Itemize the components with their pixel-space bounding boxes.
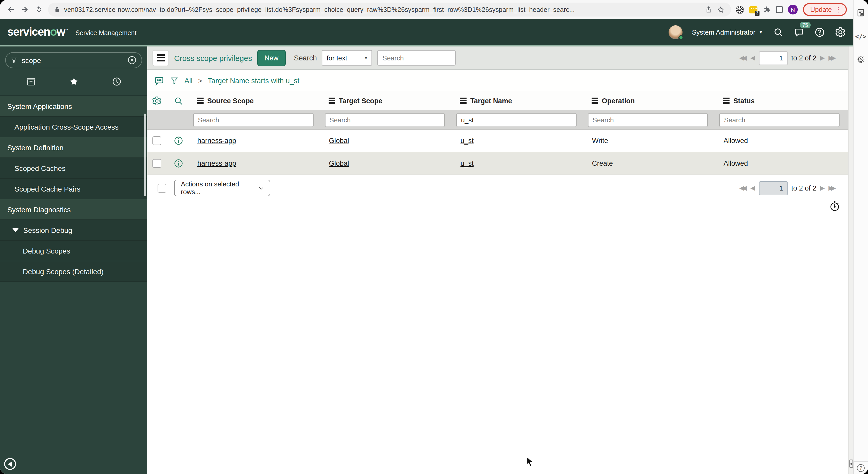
cell-source-scope[interactable]: harness-app [191,137,322,144]
navigator-filter-input[interactable]: scope [5,52,142,68]
search-label: Search [294,54,317,62]
chat-icon[interactable]: 75 [793,26,804,38]
first-page-icon[interactable]: ◀◀ [739,185,747,191]
sidebar-item-application-cross-scope-access[interactable]: Application Cross-Scope Access [0,117,147,137]
list-title-link[interactable]: Cross scope privileges [174,54,252,62]
product-name: Service Management [75,29,136,36]
table-row: harness-app Global u_st Create Allowed [147,152,848,175]
user-name: System Administrator [692,28,755,36]
browser-menu-icon[interactable]: ⋮ [835,6,842,13]
app-window: ven03172.service-now.com/nav_to.do?uri=%… [0,0,868,474]
tab-panel-icon[interactable] [776,6,783,13]
filter-target-name-input[interactable] [456,113,576,127]
bookmark-star-icon[interactable] [717,5,725,14]
favorites-tab[interactable] [68,76,79,89]
breadcrumb: All > Target Name starts with u_st [147,70,848,91]
row-checkbox[interactable] [152,136,161,145]
sidebar-item-system-applications[interactable]: System Applications [0,96,147,117]
scroll-corner-handle[interactable] [849,460,853,468]
column-header-target-name[interactable]: Target Name [454,97,585,105]
cell-target-scope[interactable]: Global [322,160,454,167]
column-header-target-scope[interactable]: Target Scope [322,97,454,105]
breadcrumb-separator: > [198,77,202,84]
update-label: Update [810,6,832,13]
browser-profile-avatar[interactable]: N [788,5,798,14]
column-header-operation[interactable]: Operation [585,97,717,105]
filter-icon[interactable] [170,76,179,85]
new-button[interactable]: New [257,50,286,66]
idea-lightbulb-icon[interactable] [856,55,866,68]
pinwheel-extension-icon[interactable] [736,5,744,14]
sidebar-item-session-debug[interactable]: Session Debug [0,220,147,241]
reload-icon[interactable] [34,5,43,14]
code-panel-icon[interactable]: </> [855,33,866,40]
last-page-icon[interactable]: ▶▶ [829,55,836,61]
first-page-icon[interactable]: ◀◀ [739,55,747,61]
mouse-cursor [526,456,535,470]
row-range-label: to 2 of 2 [791,184,816,192]
list-search-input[interactable] [377,50,456,66]
row-info-icon[interactable] [166,136,191,146]
clear-filter-icon[interactable] [127,55,137,65]
last-page-icon[interactable]: ▶▶ [829,185,836,191]
next-page-icon[interactable]: ▶ [820,185,825,191]
user-avatar[interactable] [669,25,683,39]
filter-target-scope-input[interactable] [325,113,445,127]
page-number-input[interactable] [759,51,788,65]
help-icon[interactable] [814,26,825,38]
breadcrumb-filter-link[interactable]: Target Name starts with u_st [208,76,300,85]
navigator-tabs [0,71,147,96]
extensions-puzzle-icon[interactable] [763,5,771,14]
select-all-checkbox[interactable] [158,183,166,192]
sidebar-scrollbar[interactable] [144,113,146,196]
sidebar-item-scoped-cache-pairs[interactable]: Scoped Cache Pairs [0,179,147,199]
reading-list-icon[interactable] [856,8,866,20]
back-icon[interactable] [6,5,16,14]
column-header-source-scope[interactable]: Source Scope [191,97,322,105]
cell-target-name[interactable]: u_st [454,160,585,167]
sidebar-item-system-definition[interactable]: System Definition [0,137,147,158]
search-type-select[interactable]: for text ▼ [322,50,372,66]
user-menu[interactable]: System Administrator ▼ [692,28,764,36]
global-search-icon[interactable] [772,26,784,38]
row-checkbox[interactable] [152,159,161,168]
share-icon[interactable] [705,6,712,13]
history-tab[interactable] [111,76,122,89]
comments-icon[interactable] [154,75,164,86]
filter-operation-input[interactable] [588,113,708,127]
list-context-menu-icon[interactable] [152,50,169,66]
response-time-icon[interactable] [829,200,840,214]
prev-page-icon[interactable]: ◀ [750,185,755,191]
cell-target-name[interactable]: u_st [454,137,585,144]
column-search-toggle-icon[interactable] [166,96,191,106]
sidebar-item-debug-scopes-detailed[interactable]: Debug Scopes (Detailed) [0,261,147,282]
filter-source-scope-input[interactable] [193,113,313,127]
presence-dot [679,35,684,40]
servicenow-logo: servicenow™ [7,25,68,39]
filter-status-input[interactable] [719,113,840,127]
all-applications-tab[interactable] [26,76,36,89]
cell-target-scope[interactable]: Global [322,137,454,144]
column-header-status[interactable]: Status [717,97,848,105]
actions-select[interactable]: Actions on selected rows... [174,180,270,196]
list-settings-gear-icon[interactable] [147,96,166,106]
chrome-update-button[interactable]: Update ⋮ [803,3,847,16]
prev-page-icon[interactable]: ◀ [750,55,755,61]
next-page-icon[interactable]: ▶ [820,55,825,61]
yellow-extension-icon[interactable]: 3 [749,6,757,13]
cell-source-scope[interactable]: harness-app [191,160,322,167]
forward-icon[interactable] [20,5,29,14]
row-info-icon[interactable] [166,159,191,168]
select-arrow-icon: ▼ [361,50,372,65]
page-number-input[interactable] [759,181,788,195]
sidebar-item-debug-scopes[interactable]: Debug Scopes [0,241,147,261]
sidebar-collapse-button[interactable] [4,458,16,470]
chevron-down-icon: ▼ [758,29,763,35]
address-bar[interactable]: ven03172.service-now.com/nav_to.do?uri=%… [48,3,731,16]
content-scrollbar-track[interactable] [848,46,853,474]
breadcrumb-all-link[interactable]: All [184,76,192,85]
sidebar-item-scoped-caches[interactable]: Scoped Caches [0,158,147,179]
sidebar-item-system-diagnostics[interactable]: System Diagnostics [0,199,147,220]
rail-help-icon[interactable]: ? [857,464,865,472]
gear-icon[interactable] [834,26,846,38]
